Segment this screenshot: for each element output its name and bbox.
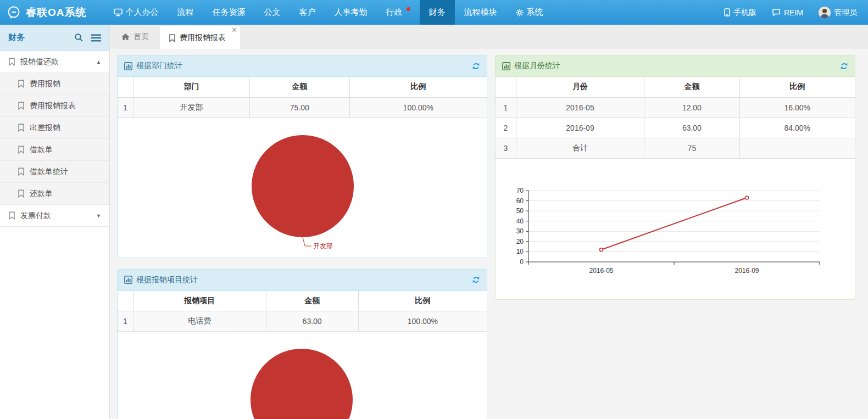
- column-header: 月份: [516, 77, 644, 97]
- table-header-row: 部门金额比例: [118, 77, 487, 97]
- nav-item-label: 财务: [429, 7, 446, 18]
- column-header: 金额: [250, 77, 349, 97]
- expense-item-pie-chart: [118, 332, 487, 419]
- sidebar-item[interactable]: 借款单: [0, 139, 109, 161]
- search-icon[interactable]: [74, 33, 84, 42]
- nav-item-label: REIM: [784, 8, 803, 17]
- nav-item[interactable]: 任务资源: [203, 0, 255, 25]
- row-index-header: [118, 77, 133, 97]
- sidebar-item[interactable]: 出差报销: [0, 117, 109, 139]
- table-cell: [739, 138, 855, 158]
- table-cell: 开发部: [133, 97, 249, 118]
- month-table: 月份金额比例12016-0512.0016.00%22016-0963.0084…: [496, 77, 855, 159]
- table-cell: 电话费: [133, 311, 266, 332]
- table-cell: 100.00%: [358, 311, 487, 332]
- comment-icon: [772, 8, 781, 16]
- panel-department-stats: 根据部门统计 部门金额比例1开发部75.00100.00% 开发部: [117, 55, 487, 258]
- sidebar-item-label: 费用报销: [30, 79, 60, 89]
- panel-heading: 根据报销项目统计: [118, 270, 487, 291]
- nav-item[interactable]: 手机版: [716, 0, 764, 25]
- table-row: 12016-0512.0016.00%: [496, 97, 855, 118]
- nav-item[interactable]: 财务: [420, 0, 455, 25]
- nav-item[interactable]: 管理员: [811, 0, 865, 25]
- nav-item-label: 手机版: [733, 8, 756, 18]
- table-row: 22016-0963.0084.00%: [496, 118, 855, 138]
- sidebar-item[interactable]: 费用报销: [0, 73, 109, 95]
- sidebar-group[interactable]: 发票付款▼: [0, 205, 109, 227]
- close-icon[interactable]: ✕: [231, 26, 237, 33]
- bookmark-icon: [18, 146, 25, 154]
- tab-active[interactable]: 费用报销报表✕: [160, 26, 240, 49]
- table-cell: 63.00: [644, 118, 739, 138]
- sidebar-item-label: 费用报销报表: [30, 101, 76, 111]
- svg-text:2016-05: 2016-05: [589, 267, 613, 275]
- nav-item[interactable]: REIM: [764, 0, 811, 25]
- bookmark-icon: [8, 58, 15, 66]
- svg-text:40: 40: [516, 217, 524, 225]
- nav-item[interactable]: 个人办公: [104, 0, 168, 25]
- tab-bar: 首页费用报销报表✕: [110, 25, 868, 49]
- tab-label: 费用报销报表: [180, 33, 226, 43]
- column-header: 金额: [644, 77, 739, 97]
- pie-slice-label: 开发部: [313, 242, 333, 250]
- bookmark-icon: [8, 211, 15, 220]
- content: 根据部门统计 部门金额比例1开发部75.00100.00% 开发部: [110, 49, 868, 419]
- sidebar-group-label: 发票付款: [20, 211, 51, 221]
- brand[interactable]: 睿联OA系统: [0, 0, 94, 25]
- row-index: 1: [496, 97, 516, 118]
- sidebar-menu: 报销借还款▲费用报销费用报销报表出差报销借款单借款单统计还款单发票付款▼: [0, 51, 109, 227]
- nav-item[interactable]: 公文: [255, 0, 290, 25]
- table-cell: 100.00%: [349, 97, 487, 118]
- top-navbar: 睿联OA系统 个人办公流程任务资源公文客户人事考勤行政财务流程模块系统 手机版R…: [0, 0, 868, 25]
- sidebar-item[interactable]: 还款单: [0, 183, 109, 205]
- row-index: 1: [118, 311, 133, 332]
- nav-item[interactable]: 行政: [377, 0, 420, 25]
- table-cell: 2016-09: [516, 118, 644, 138]
- row-index-header: [118, 291, 133, 311]
- sidebar-item-label: 借款单: [30, 145, 53, 155]
- column-header: 比例: [349, 77, 487, 97]
- table-row: 1电话费63.00100.00%: [118, 311, 487, 332]
- bookmark-icon: [18, 189, 25, 198]
- nav-item-label: 任务资源: [213, 7, 246, 18]
- nav-item-label: 公文: [264, 7, 281, 18]
- mobile-icon: [724, 8, 730, 16]
- panel-title: 根据报销项目统计: [136, 275, 198, 285]
- nav-item[interactable]: 客户: [290, 0, 325, 25]
- main-area: 首页费用报销报表✕ 根据部门统计 部门金额比例1开发部75.00100.00%: [110, 25, 868, 419]
- nav-item[interactable]: 流程: [168, 0, 203, 25]
- sidebar-header: 财务: [0, 25, 109, 51]
- nav-item[interactable]: 系统: [507, 0, 553, 25]
- caret-up-icon: ▲: [96, 59, 101, 65]
- bar-chart-icon: [124, 276, 132, 284]
- row-index: 1: [118, 97, 133, 118]
- refresh-icon[interactable]: [472, 62, 480, 70]
- table-header-row: 报销项目金额比例: [118, 291, 487, 311]
- panel-expense-item-stats: 根据报销项目统计 报销项目金额比例1电话费63.00100.00%: [117, 269, 487, 419]
- month-line-chart: 0102030405060702016-052016-09: [496, 159, 855, 299]
- department-pie-chart: 开发部: [118, 118, 487, 258]
- main-nav: 个人办公流程任务资源公文客户人事考勤行政财务流程模块系统: [104, 0, 553, 25]
- table-cell: 12.00: [644, 97, 739, 118]
- navbar-right: 手机版REIM管理员: [716, 0, 868, 25]
- refresh-icon[interactable]: [840, 62, 848, 70]
- sidebar-item[interactable]: 费用报销报表: [0, 95, 109, 117]
- sidebar-item-label: 还款单: [30, 189, 53, 199]
- nav-item[interactable]: 人事考勤: [325, 0, 377, 25]
- sidebar-item[interactable]: 借款单统计: [0, 161, 109, 183]
- bookmark-icon: [18, 124, 25, 132]
- svg-text:70: 70: [516, 187, 524, 194]
- nav-item[interactable]: 流程模块: [455, 0, 507, 25]
- tab[interactable]: 首页: [110, 25, 160, 49]
- refresh-icon[interactable]: [472, 276, 480, 284]
- panel-month-stats: 根据月份统计 月份金额比例12016-0512.0016.00%22016-09…: [495, 55, 855, 300]
- svg-text:30: 30: [516, 227, 524, 235]
- panel-title: 根据部门统计: [136, 61, 182, 71]
- menu-icon[interactable]: [91, 34, 101, 42]
- avatar: [819, 7, 831, 19]
- table-cell: 75.00: [250, 97, 349, 118]
- column-header: 比例: [358, 291, 487, 311]
- sidebar-group[interactable]: 报销借还款▲: [0, 51, 109, 73]
- column-header: 比例: [739, 77, 855, 97]
- bookmark-icon: [18, 102, 25, 110]
